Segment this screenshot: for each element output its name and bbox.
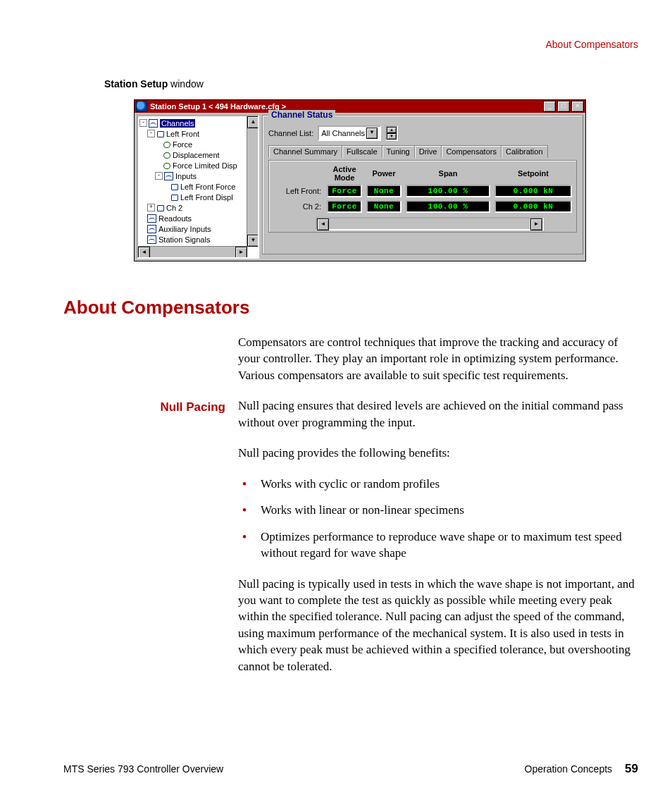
tab-compensators[interactable]: Compensators bbox=[441, 145, 502, 158]
scroll-left-icon[interactable]: ◄ bbox=[317, 218, 329, 230]
window-titlebar[interactable]: Station Setup 1 < 494 Hardware.cfg > _ □… bbox=[135, 100, 585, 113]
list-item: Works with linear or non-linear specimen… bbox=[238, 502, 638, 518]
null-pacing-p2: Null pacing provides the following benef… bbox=[238, 445, 638, 461]
null-pacing-p3: Null pacing is typically used in tests i… bbox=[238, 576, 638, 675]
channel-tree[interactable]: -Channels -Left Front Force Displacement… bbox=[137, 115, 259, 259]
power-display[interactable]: None bbox=[366, 185, 402, 197]
wave-icon bbox=[149, 119, 158, 128]
channel-tabs: Channel Summary Fullscale Tuning Drive C… bbox=[268, 145, 577, 158]
tree-item[interactable]: Displacement bbox=[173, 151, 220, 159]
col-active-mode: Active Mode bbox=[327, 165, 362, 182]
maximize-button[interactable]: □ bbox=[557, 101, 570, 112]
expander-icon[interactable]: - bbox=[147, 130, 155, 137]
col-power: Power bbox=[366, 169, 402, 178]
tab-body: Active Mode Power Span Setpoint Left Fro… bbox=[268, 160, 577, 233]
list-item: Optimizes performance to reproduce wave … bbox=[238, 529, 638, 562]
cycle-icon bbox=[163, 141, 170, 148]
cycle-icon bbox=[163, 152, 170, 159]
active-mode-display[interactable]: Force bbox=[327, 185, 362, 197]
footer-right: Operation Concepts bbox=[525, 763, 613, 775]
window-title: Station Setup 1 < 494 Hardware.cfg > bbox=[150, 102, 543, 111]
tree-item[interactable]: Force Limited Disp bbox=[173, 161, 237, 170]
channel-icon bbox=[156, 130, 164, 137]
power-display[interactable]: None bbox=[366, 200, 402, 213]
scroll-down-icon[interactable]: ▼ bbox=[247, 235, 259, 247]
signal-icon bbox=[170, 183, 178, 190]
col-setpoint: Setpoint bbox=[494, 169, 572, 178]
span-display[interactable]: 100.00 % bbox=[406, 200, 490, 213]
footer-left: MTS Series 793 Controller Overview bbox=[63, 763, 223, 775]
system-menu-icon[interactable] bbox=[136, 101, 147, 112]
setpoint-display[interactable]: 0.000 kN bbox=[494, 200, 572, 213]
scroll-right-icon[interactable]: ► bbox=[530, 218, 542, 230]
row-label: Left Front: bbox=[273, 187, 323, 195]
grid-horizontal-scrollbar[interactable]: ◄ ► bbox=[316, 217, 544, 230]
figure-caption-bold: Station Setup bbox=[104, 78, 168, 90]
page-footer: MTS Series 793 Controller Overview Opera… bbox=[63, 762, 638, 776]
channel-status-group: Channel Status Channel List: All Channel… bbox=[262, 115, 583, 254]
expander-icon[interactable]: + bbox=[147, 204, 155, 211]
close-button[interactable]: × bbox=[571, 101, 584, 112]
scroll-up-icon[interactable]: ▲ bbox=[247, 116, 259, 128]
step-down-icon[interactable]: ▼ bbox=[387, 133, 397, 140]
tab-calibration[interactable]: Calibration bbox=[501, 145, 548, 158]
tree-item[interactable]: Inputs bbox=[175, 172, 197, 180]
span-display[interactable]: 100.00 % bbox=[406, 185, 490, 197]
station-setup-window: Station Setup 1 < 494 Hardware.cfg > _ □… bbox=[134, 99, 586, 261]
cycle-icon bbox=[163, 162, 170, 169]
null-pacing-p1: Null pacing ensures that desired levels … bbox=[238, 398, 638, 431]
figure-caption: Station Setup window bbox=[104, 78, 638, 90]
row-label: Ch 2: bbox=[273, 202, 323, 211]
expander-icon[interactable]: - bbox=[155, 172, 163, 180]
setpoint-display[interactable]: 0.000 kN bbox=[494, 185, 572, 197]
figure-caption-rest: window bbox=[168, 78, 204, 90]
tree-item[interactable]: Ch 2 bbox=[166, 204, 182, 212]
tab-channel-summary[interactable]: Channel Summary bbox=[268, 145, 342, 158]
signal-icon bbox=[170, 194, 178, 201]
tree-item[interactable]: Station Signals bbox=[158, 235, 210, 244]
tab-fullscale[interactable]: Fullscale bbox=[342, 145, 382, 158]
tree-root-channels[interactable]: Channels bbox=[160, 119, 195, 128]
channel-list-stepper[interactable]: ▲ ▼ bbox=[385, 125, 398, 141]
tree-item[interactable]: Auxiliary Inputs bbox=[158, 225, 211, 233]
tree-item[interactable]: Left Front Displ bbox=[180, 193, 233, 202]
subsection-null-pacing: Null Pacing bbox=[63, 399, 225, 415]
list-item: Works with cyclic or random profiles bbox=[238, 476, 638, 492]
tab-tuning[interactable]: Tuning bbox=[382, 145, 415, 158]
tab-drive[interactable]: Drive bbox=[414, 145, 442, 158]
channel-list-label: Channel List: bbox=[268, 129, 313, 137]
wave-icon bbox=[147, 214, 156, 223]
step-up-icon[interactable]: ▲ bbox=[387, 127, 397, 133]
wave-icon bbox=[147, 235, 156, 244]
chevron-down-icon[interactable]: ▼ bbox=[366, 128, 378, 139]
active-mode-display[interactable]: Force bbox=[327, 200, 362, 213]
scroll-right-icon[interactable]: ► bbox=[235, 247, 247, 259]
minimize-button[interactable]: _ bbox=[543, 101, 556, 112]
intro-paragraph: Compensators are control techniques that… bbox=[238, 334, 638, 383]
tree-horizontal-scrollbar[interactable]: ◄ ► bbox=[138, 246, 247, 257]
table-row: Left Front: Force None 100.00 % 0.000 kN bbox=[273, 185, 572, 197]
tree-vertical-scrollbar[interactable]: ▲ ▼ bbox=[247, 116, 258, 247]
channel-list-combo[interactable]: All Channels ▼ bbox=[318, 125, 381, 141]
section-heading: About Compensators bbox=[63, 297, 638, 319]
channel-icon bbox=[156, 204, 164, 211]
col-span: Span bbox=[406, 169, 490, 178]
expander-icon[interactable]: - bbox=[139, 119, 147, 127]
tree-item[interactable]: Force bbox=[173, 140, 192, 149]
group-label: Channel Status bbox=[268, 110, 335, 120]
channel-list-value: All Channels bbox=[321, 129, 365, 137]
tree-item[interactable]: Readouts bbox=[158, 214, 192, 223]
page-number: 59 bbox=[625, 762, 638, 776]
scroll-left-icon[interactable]: ◄ bbox=[138, 247, 150, 259]
wave-icon bbox=[164, 172, 173, 180]
table-row: Ch 2: Force None 100.00 % 0.000 kN bbox=[273, 200, 572, 213]
wave-icon bbox=[147, 225, 156, 233]
tree-item[interactable]: Left Front Force bbox=[180, 183, 235, 191]
tree-item[interactable]: Left Front bbox=[166, 130, 199, 138]
null-pacing-benefits: Works with cyclic or random profiles Wor… bbox=[238, 476, 638, 562]
page-header-topic: About Compensators bbox=[63, 39, 638, 50]
